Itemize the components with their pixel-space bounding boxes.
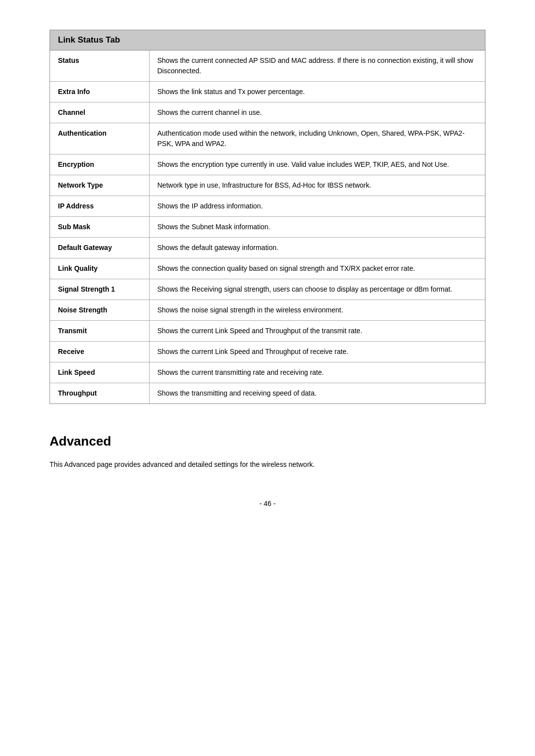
row-label: Sub Mask <box>50 217 149 238</box>
row-description: Shows the default gateway information. <box>149 238 485 258</box>
row-label: Network Type <box>50 175 149 196</box>
row-label: Throughput <box>50 383 149 404</box>
row-label: Transmit <box>50 321 149 342</box>
row-description: Shows the Receiving signal strength, use… <box>149 279 485 300</box>
table-row: Noise StrengthShows the noise signal str… <box>50 300 485 321</box>
row-label: Link Quality <box>50 258 149 279</box>
row-description: Shows the Subnet Mask information. <box>149 217 485 238</box>
table-row: Link QualityShows the connection quality… <box>50 258 485 279</box>
row-description: Shows the connection quality based on si… <box>149 258 485 279</box>
row-description: Shows the current Link Speed and Through… <box>149 342 485 362</box>
row-description: Authentication mode used within the netw… <box>149 123 485 154</box>
row-description: Network type in use, Infrastructure for … <box>149 175 485 196</box>
row-label: Noise Strength <box>50 300 149 321</box>
link-status-table: StatusShows the current connected AP SSI… <box>50 50 485 403</box>
row-label: Encryption <box>50 154 149 175</box>
row-description: Shows the encryption type currently in u… <box>149 154 485 175</box>
row-description: Shows the IP address information. <box>149 196 485 217</box>
page-number: - 46 - <box>50 500 485 507</box>
row-description: Shows the current connected AP SSID and … <box>149 50 485 82</box>
row-label: IP Address <box>50 196 149 217</box>
table-row: IP AddressShows the IP address informati… <box>50 196 485 217</box>
advanced-section: Advanced This Advanced page provides adv… <box>50 434 485 470</box>
table-row: EncryptionShows the encryption type curr… <box>50 154 485 175</box>
table-row: TransmitShows the current Link Speed and… <box>50 321 485 342</box>
table-header: Link Status Tab <box>50 30 485 50</box>
row-label: Extra Info <box>50 82 149 102</box>
advanced-description: This Advanced page provides advanced and… <box>50 459 485 470</box>
table-title: Link Status Tab <box>58 35 120 45</box>
row-description: Shows the transmitting and receiving spe… <box>149 383 485 404</box>
table-row: ReceiveShows the current Link Speed and … <box>50 342 485 362</box>
row-label: Receive <box>50 342 149 362</box>
table-row: ThroughputShows the transmitting and rec… <box>50 383 485 404</box>
row-description: Shows the current transmitting rate and … <box>149 362 485 383</box>
row-description: Shows the current Link Speed and Through… <box>149 321 485 342</box>
table-row: Link SpeedShows the current transmitting… <box>50 362 485 383</box>
row-description: Shows the link status and Tx power perce… <box>149 82 485 102</box>
table-row: Network TypeNetwork type in use, Infrast… <box>50 175 485 196</box>
advanced-title: Advanced <box>50 434 485 449</box>
row-description: Shows the noise signal strength in the w… <box>149 300 485 321</box>
table-row: Default GatewayShows the default gateway… <box>50 238 485 258</box>
row-label: Authentication <box>50 123 149 154</box>
row-label: Status <box>50 50 149 82</box>
table-row: AuthenticationAuthentication mode used w… <box>50 123 485 154</box>
row-label: Default Gateway <box>50 238 149 258</box>
table-row: ChannelShows the current channel in use. <box>50 102 485 123</box>
row-label: Link Speed <box>50 362 149 383</box>
table-row: StatusShows the current connected AP SSI… <box>50 50 485 82</box>
table-row: Sub MaskShows the Subnet Mask informatio… <box>50 217 485 238</box>
row-label: Signal Strength 1 <box>50 279 149 300</box>
table-row: Signal Strength 1Shows the Receiving sig… <box>50 279 485 300</box>
row-description: Shows the current channel in use. <box>149 102 485 123</box>
table-container: Link Status Tab StatusShows the current … <box>50 30 485 404</box>
row-label: Channel <box>50 102 149 123</box>
table-row: Extra InfoShows the link status and Tx p… <box>50 82 485 102</box>
